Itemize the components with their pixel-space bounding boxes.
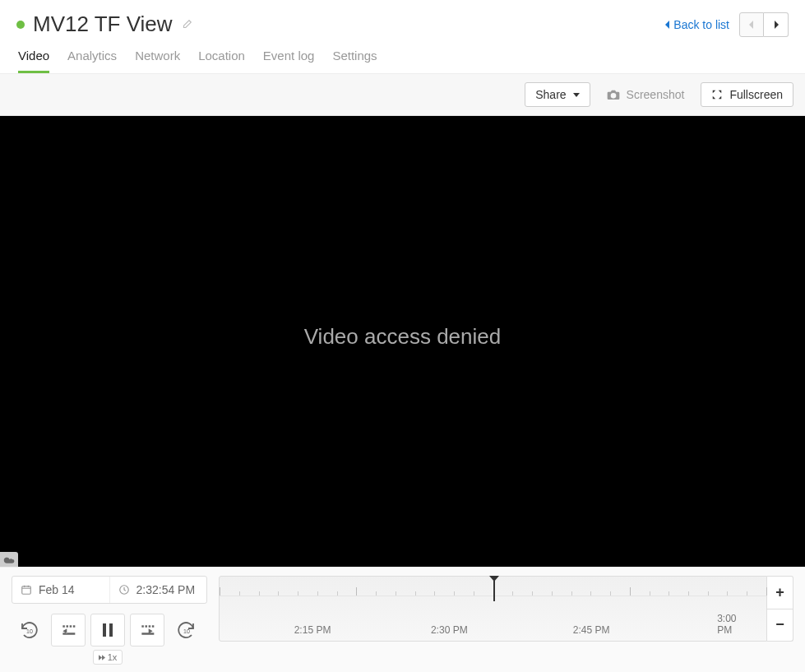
timeline-tick-label: 2:15 PM [294, 624, 331, 636]
datetime-picker[interactable]: Feb 14 2:32:54 PM [12, 576, 207, 604]
edit-icon[interactable] [181, 19, 192, 30]
forward-10-button[interactable]: 10 [169, 614, 204, 647]
tab-analytics[interactable]: Analytics [67, 49, 117, 73]
page-title: MV12 TF View [33, 12, 173, 37]
back-link-label: Back to list [673, 18, 729, 31]
tab-settings[interactable]: Settings [332, 49, 377, 73]
timeline-tick-label: 3:00 PM [717, 613, 750, 636]
cloud-icon [0, 552, 18, 567]
time-cell[interactable]: 2:32:54 PM [109, 577, 207, 603]
timeline-tick-label: 2:45 PM [573, 624, 610, 636]
video-viewport: Video access denied [0, 116, 805, 567]
playback-controls: Feb 14 2:32:54 PM 10 [0, 567, 805, 672]
video-error-message: Video access denied [304, 324, 501, 350]
page-header: MV12 TF View Back to list [0, 0, 805, 42]
video-toolbar: Share Screenshot Fullscreen [0, 74, 805, 116]
svg-rect-4 [109, 623, 113, 637]
svg-text:10: 10 [26, 628, 33, 634]
speed-value: 1x [108, 652, 118, 662]
date-value: Feb 14 [39, 583, 75, 596]
share-label: Share [535, 88, 566, 101]
time-value: 2:32:54 PM [136, 583, 196, 596]
timeline-panel: 2:15 PM2:30 PM2:45 PM3:00 PM + − [219, 576, 793, 642]
fullscreen-button[interactable]: Fullscreen [701, 82, 793, 107]
tab-event-log[interactable]: Event log [263, 49, 315, 73]
screenshot-label: Screenshot [627, 88, 685, 101]
timeline-zoom: + − [767, 576, 793, 642]
playhead[interactable] [493, 577, 495, 601]
next-clip-button[interactable] [130, 614, 164, 647]
next-button[interactable] [764, 12, 789, 37]
timeline[interactable]: 2:15 PM2:30 PM2:45 PM3:00 PM [219, 576, 767, 642]
zoom-out-button[interactable]: − [767, 609, 793, 642]
prev-clip-button[interactable] [51, 614, 86, 647]
fullscreen-label: Fullscreen [729, 88, 783, 101]
share-button[interactable]: Share [525, 82, 590, 107]
paginator [739, 12, 789, 37]
status-online-icon [16, 21, 25, 29]
caret-down-icon [573, 93, 580, 97]
tab-video[interactable]: Video [18, 49, 49, 73]
rewind-10-button[interactable]: 10 [12, 614, 46, 647]
tabs: Video Analytics Network Location Event l… [0, 42, 805, 74]
screenshot-button: Screenshot [597, 82, 695, 107]
svg-rect-3 [103, 623, 106, 637]
back-to-list-link[interactable]: Back to list [664, 18, 729, 31]
left-controls: Feb 14 2:32:54 PM 10 [12, 576, 207, 665]
transport-buttons: 10 1x 10 [12, 614, 207, 665]
timeline-tick-label: 2:30 PM [431, 624, 468, 636]
play-pause-button[interactable] [90, 614, 125, 647]
svg-text:10: 10 [183, 628, 190, 634]
prev-button[interactable] [739, 12, 764, 37]
svg-rect-0 [22, 586, 31, 594]
zoom-in-button[interactable]: + [767, 576, 793, 609]
date-cell[interactable]: Feb 14 [12, 577, 109, 603]
title-group: MV12 TF View [16, 12, 192, 37]
tab-network[interactable]: Network [135, 49, 180, 73]
tab-location[interactable]: Location [198, 49, 245, 73]
header-actions: Back to list [664, 12, 789, 37]
playback-speed-button[interactable]: 1x [93, 650, 123, 665]
